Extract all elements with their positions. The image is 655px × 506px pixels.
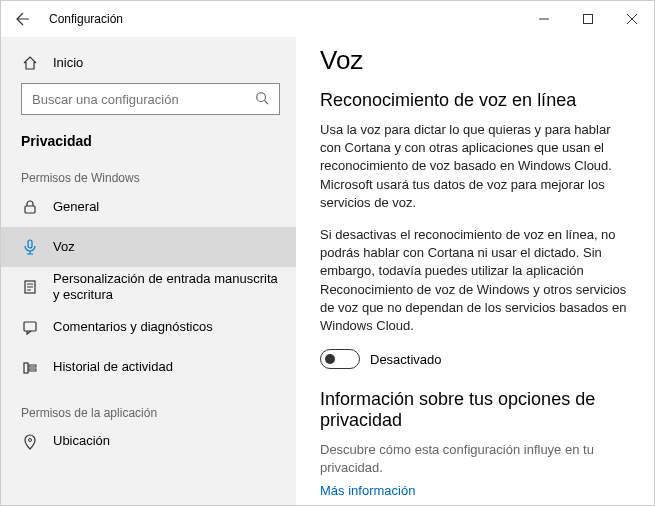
online-speech-toggle[interactable] bbox=[320, 349, 360, 369]
link-privacy-panel[interactable]: Panel de privacidad bbox=[320, 501, 630, 505]
sidebar-category: Privacidad bbox=[1, 125, 296, 153]
body-text: Si desactivas el reconocimiento de voz e… bbox=[320, 226, 630, 335]
sidebar-item-location[interactable]: Ubicación bbox=[1, 422, 296, 462]
sidebar-section-app: Permisos de la aplicación bbox=[1, 388, 296, 422]
minimize-button[interactable] bbox=[522, 1, 566, 37]
close-button[interactable] bbox=[610, 1, 654, 37]
svg-rect-3 bbox=[28, 240, 32, 248]
svg-rect-6 bbox=[24, 363, 28, 373]
window-title: Configuración bbox=[45, 12, 123, 26]
section-heading-privacy-info: Información sobre tus opciones de privac… bbox=[320, 389, 630, 431]
toggle-row: Desactivado bbox=[320, 349, 630, 369]
feedback-icon bbox=[21, 319, 39, 337]
back-arrow-icon bbox=[15, 11, 31, 27]
sidebar-item-activity[interactable]: Historial de actividad bbox=[1, 348, 296, 388]
search-input-container[interactable] bbox=[21, 83, 280, 115]
svg-rect-0 bbox=[584, 15, 593, 24]
body-text: Usa la voz para dictar lo que quieras y … bbox=[320, 121, 630, 212]
sidebar-item-label: Voz bbox=[53, 239, 75, 255]
home-icon bbox=[21, 54, 39, 72]
history-icon bbox=[21, 359, 39, 377]
sidebar: Inicio Privacidad Permisos de Windows Ge… bbox=[1, 37, 296, 505]
titlebar: Configuración bbox=[1, 1, 654, 37]
sidebar-item-label: Personalización de entrada manuscrita y … bbox=[53, 271, 280, 304]
microphone-icon bbox=[21, 238, 39, 256]
maximize-icon bbox=[583, 14, 593, 24]
svg-rect-5 bbox=[24, 322, 36, 331]
search-input[interactable] bbox=[32, 92, 255, 107]
sidebar-item-label: General bbox=[53, 199, 99, 215]
body-text: Descubre cómo esta configuración influye… bbox=[320, 441, 630, 477]
toggle-knob bbox=[325, 354, 335, 364]
sidebar-item-label: Ubicación bbox=[53, 433, 110, 449]
svg-point-9 bbox=[29, 438, 32, 441]
back-button[interactable] bbox=[1, 1, 45, 37]
minimize-icon bbox=[539, 14, 549, 24]
page-title: Voz bbox=[320, 45, 630, 76]
location-icon bbox=[21, 433, 39, 451]
sidebar-item-diagnostics[interactable]: Comentarios y diagnósticos bbox=[1, 308, 296, 348]
lock-icon bbox=[21, 198, 39, 216]
svg-rect-7 bbox=[29, 365, 36, 367]
content-pane: Voz Reconocimiento de voz en línea Usa l… bbox=[296, 37, 654, 505]
toggle-label: Desactivado bbox=[370, 352, 442, 367]
sidebar-item-general[interactable]: General bbox=[1, 187, 296, 227]
sidebar-home[interactable]: Inicio bbox=[1, 43, 296, 83]
sidebar-item-voice[interactable]: Voz bbox=[1, 227, 296, 267]
sidebar-item-label: Comentarios y diagnósticos bbox=[53, 319, 213, 335]
section-heading-online-speech: Reconocimiento de voz en línea bbox=[320, 90, 630, 111]
maximize-button[interactable] bbox=[566, 1, 610, 37]
sidebar-item-inking[interactable]: Personalización de entrada manuscrita y … bbox=[1, 267, 296, 308]
sidebar-home-label: Inicio bbox=[53, 55, 83, 71]
sidebar-section-windows: Permisos de Windows bbox=[1, 153, 296, 187]
search-icon bbox=[255, 91, 271, 107]
svg-rect-8 bbox=[29, 369, 36, 371]
sidebar-item-label: Historial de actividad bbox=[53, 359, 173, 375]
clipboard-icon bbox=[21, 278, 39, 296]
link-more-info[interactable]: Más información bbox=[320, 481, 630, 501]
close-icon bbox=[627, 14, 637, 24]
svg-point-1 bbox=[257, 93, 266, 102]
svg-rect-2 bbox=[25, 206, 35, 213]
